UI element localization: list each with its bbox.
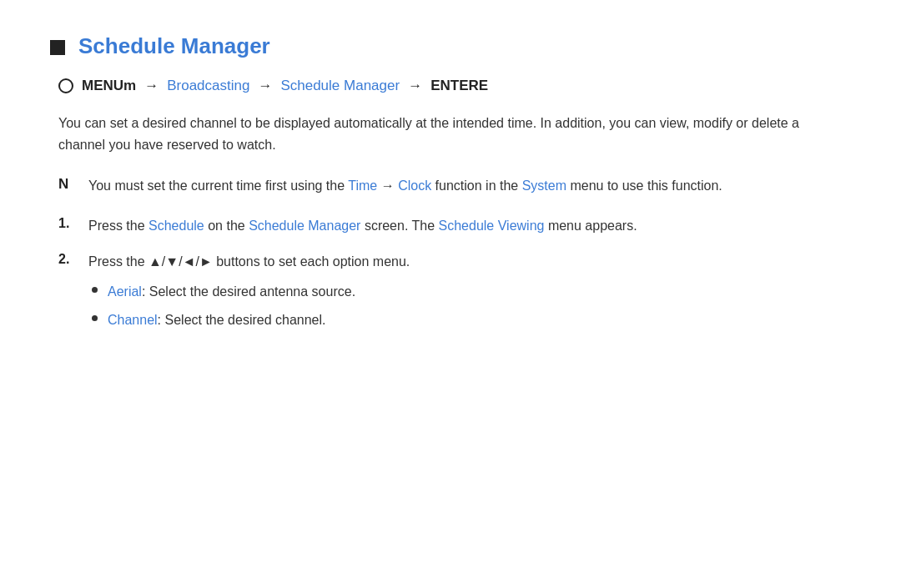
bullet-dot-aerial [92,287,98,293]
note-text-after: menu to use this function. [566,178,722,193]
note-text-before: You must set the current time first usin… [88,178,348,193]
note-arrow: → [377,178,398,193]
note-label: N [58,176,73,193]
bullet-channel-text: Channel: Select the desired channel. [108,309,326,331]
circle-icon [58,78,73,93]
arrow-3: → [408,78,422,94]
time-link: Time [348,178,377,193]
step1-text-end: menu appears. [544,219,637,233]
step-2: 2. Press the ▲/▼/◄/► buttons to set each… [58,251,809,339]
aerial-text: : Select the desired antenna source. [142,284,355,299]
schedule-link: Schedule [148,219,204,233]
aerial-link: Aerial [108,284,142,299]
bullet-aerial: Aerial: Select the desired antenna sourc… [92,281,410,303]
menu-label: MENUm [82,78,136,94]
page-title: Schedule Manager [78,33,270,59]
steps-list: 1. Press the Schedule on the Schedule Ma… [58,215,851,339]
note-row: N You must set the current time first us… [58,175,809,197]
bullet-dot-channel [92,315,98,321]
step2-main-text: Press the ▲/▼/◄/► buttons to set each op… [88,254,410,269]
step-1-text: Press the Schedule on the Schedule Manag… [88,215,637,237]
enter-label: ENTERE [430,78,488,94]
step1-text-before: Press the [88,219,148,233]
clock-link: Clock [398,178,431,193]
bullet-channel: Channel: Select the desired channel. [92,309,410,331]
channel-text: : Select the desired channel. [158,313,326,327]
title-row: Schedule Manager [50,33,851,59]
step1-text-after: screen. The [360,219,438,233]
note-text: You must set the current time first usin… [88,175,722,197]
schedule-viewing-link: Schedule Viewing [439,219,545,233]
system-link: System [522,178,566,193]
step-1: 1. Press the Schedule on the Schedule Ma… [58,215,809,237]
broadcasting-link: Broadcasting [167,78,249,94]
schedule-manager-screen-link: Schedule Manager [249,219,360,233]
menu-path: MENUm → Broadcasting → Schedule Manager … [58,78,851,94]
step1-text-middle: on the [204,219,249,233]
bullet-aerial-text: Aerial: Select the desired antenna sourc… [108,281,355,303]
description-text: You can set a desired channel to be disp… [58,113,809,157]
bullet-list: Aerial: Select the desired antenna sourc… [92,281,410,332]
channel-link: Channel [108,313,158,327]
title-icon [50,40,65,55]
arrow-1: → [144,78,159,94]
arrow-2: → [258,78,272,94]
note-text-middle: function in the [431,178,522,193]
step-2-num: 2. [58,252,75,267]
step-2-text: Press the ▲/▼/◄/► buttons to set each op… [88,251,410,339]
schedule-manager-link: Schedule Manager [280,78,400,94]
step-1-num: 1. [58,216,75,231]
